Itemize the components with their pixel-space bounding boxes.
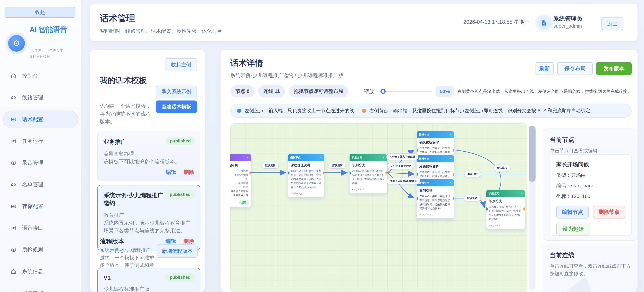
sidebar-item-2[interactable]: 线路管理: [0, 87, 82, 109]
flow-node-n7[interactable]: 识别分支✕识别分支二A:方便 / 可以 / 周六可以 / 有时间 | B:改天 …: [486, 190, 525, 229]
flow-node-n4[interactable]: 播报节点✕确认试听安排在线生成：太好了，我先帮您预留一个试听名额，本周安排在{{…: [416, 131, 454, 155]
edge-label-3[interactable]: A 分支：愿意了解试听: [386, 153, 418, 160]
sidebar-item-4[interactable]: 任务运行: [0, 130, 82, 152]
breadcrumb: 系统示例-少儿编程推广邀约 / 少儿编程标准推广版: [230, 72, 344, 79]
create-template-button[interactable]: 新建话术模板: [156, 101, 197, 113]
close-icon[interactable]: ✕: [450, 181, 452, 184]
node-body: A:可以 / 感兴趣 / 什么时候 / 试听 | B:不需要 / 没兴趣 / 不…: [350, 167, 387, 185]
current-edge-panel: 当前连线 单击连线可查看，双击连线或点击下方按钮可直接修改。: [543, 244, 638, 292]
edge-label-2[interactable]: 默认流转: [329, 162, 346, 169]
node-body: 在线生成：没问题，我先把课程介绍、校区位置和孩子作品案例发给您，您先看看，如果孩…: [417, 169, 454, 179]
node-body: 请问是 e}}吗？我是 }的 }。这边看到 在是 想邀请孩子参加我 课，耽误您半…: [230, 167, 251, 197]
node-type-label: 播报节点: [419, 157, 429, 160]
flow-node-n2[interactable]: 播报节点✕课程价值说明在线生成：我们课程主要帮助孩子提升逻辑思维、专注力和动手能…: [288, 154, 324, 197]
sidebar-collapse-button[interactable]: 收起: [4, 7, 75, 18]
close-icon[interactable]: ✕: [450, 133, 452, 136]
edge-label-7[interactable]: 默认流转: [464, 171, 481, 177]
flow-edge-4[interactable]: [387, 173, 414, 174]
canvas-vertical-scrollbar[interactable]: [529, 125, 536, 290]
publish-button[interactable]: 发布版本: [596, 62, 632, 75]
flow-node-n5[interactable]: 播报节点✕发送课程资料在线生成：没问题，我先把课程介绍、校区位置和孩子作品案例发…: [416, 155, 454, 179]
delete-link[interactable]: 删除: [184, 238, 194, 245]
edge-label-5[interactable]: 兜底：未识别/超时/静音: [386, 178, 420, 184]
delete-node-button[interactable]: 删除节点: [593, 206, 625, 218]
legend-text-2: 右侧黄点：输出端，从这里按住拖到目标节点左侧蓝点即可连线，识别分支会按 A–Z …: [370, 108, 590, 114]
edit-link[interactable]: 编辑: [166, 238, 176, 245]
flow-edge-5[interactable]: [387, 173, 414, 198]
template-card-1[interactable]: 业务推广published流量套餐办理该模板下可以维护多个流程版本。编辑删除: [97, 132, 200, 181]
zoom-label: 缩放: [364, 88, 374, 95]
node-type-label: 识别分支: [352, 156, 362, 159]
close-icon[interactable]: ✕: [520, 192, 522, 195]
flow-canvas[interactable]: ✕家长开场问候请问是 e}}吗？我是 }的 }。这边看到 在是 想邀请孩子参加我…: [230, 124, 527, 292]
sidebar-item-label: 系统信息: [22, 268, 43, 275]
sidebar-item-1[interactable]: 控制台: [0, 65, 82, 87]
zoom-slider-handle[interactable]: [380, 89, 386, 94]
flow-node-n3[interactable]: 识别分支✕识别分支一A:可以 / 感兴趣 / 什么时候 / 试听 | B:不需要…: [349, 154, 387, 193]
headset-icon: [10, 181, 17, 188]
node-title: 重问引导: [417, 186, 454, 193]
soundcard-icon: [10, 290, 17, 292]
close-icon[interactable]: ✕: [246, 156, 248, 159]
set-start-button[interactable]: 设为起始: [556, 223, 590, 235]
soundcard-icon: [10, 116, 17, 122]
sidebar-item-8[interactable]: 语音接口: [0, 217, 82, 239]
sidebar-item-11[interactable]: 用户管理: [0, 282, 82, 292]
version-card-1-body: 少儿编程标准推广版起始节点: start_parent_greeting: [104, 285, 194, 292]
edit-node-button[interactable]: 编辑节点: [556, 206, 589, 218]
save-layout-button[interactable]: 保存布局: [557, 62, 593, 75]
close-icon[interactable]: ✕: [320, 156, 322, 159]
close-icon[interactable]: ✕: [450, 157, 452, 160]
sidebar-item-label: 语音接口: [22, 224, 43, 232]
edge-label-4[interactable]: B 分支：直接拒绝: [387, 163, 414, 169]
current-edge-subtitle: 单击连线可查看，双击连线或点击下方按钮可直接修改。: [550, 263, 631, 278]
canvas-scrollbar-thumb[interactable]: [529, 126, 536, 182]
templates-description: 先创建一个话术模板，再为它维护不同的流程版本。: [100, 102, 154, 126]
collapse-left-button[interactable]: 收起左侧: [165, 58, 197, 71]
home-icon: [10, 73, 17, 79]
datetime-text: 2026-04-13 17:18:55 星期一: [464, 18, 530, 26]
logout-button[interactable]: 退出: [602, 17, 623, 30]
close-icon[interactable]: ✕: [382, 156, 384, 159]
sidebar-item-10[interactable]: 系统信息: [0, 261, 82, 282]
status-badge: published: [165, 190, 195, 199]
sidebar-item-label: 质检规则: [22, 246, 43, 253]
zoom-value-badge: 50%: [436, 86, 454, 97]
version-card-list: V1published少儿编程标准推广版起始节点: start_parent_g…: [97, 268, 200, 292]
import-example-button[interactable]: 导入系统示例: [156, 86, 197, 98]
legend-dot-1: [237, 109, 241, 113]
status-badge: published: [166, 137, 195, 145]
flow-node-n1[interactable]: ✕家长开场问候请问是 e}}吗？我是 }的 }。这边看到 在是 想邀请孩子参加我…: [230, 154, 251, 207]
node-title: 发送课程资料: [417, 162, 454, 169]
edge-label-8[interactable]: 默认流转: [464, 195, 481, 201]
refresh-button[interactable]: 刷新: [536, 62, 554, 75]
sidebar-item-9[interactable]: 质检规则: [0, 239, 82, 261]
sidebar-item-7[interactable]: 存储配置: [0, 195, 82, 217]
detail-title: 话术详情: [230, 58, 263, 69]
sidebar-item-label: 录音管理: [22, 159, 43, 166]
yen-icon: [10, 247, 17, 253]
sidebar-item-label: 话术配置: [22, 116, 43, 123]
legend-bar: 左侧蓝点：输入端，只负责接收上一节点连过来的线右侧黄点：输出端，从这里按住拖到目…: [230, 104, 632, 118]
node-info-code: 编码：start_pare...: [556, 182, 625, 189]
flow-edges: [230, 124, 527, 292]
version-card-1[interactable]: V1published少儿编程标准推广版起始节点: start_parent_g…: [97, 268, 200, 292]
sidebar-item-5[interactable]: 录音管理: [0, 152, 82, 174]
sidebar-item-6[interactable]: 名单管理: [0, 174, 82, 195]
flow-node-n6[interactable]: 播报节点✕重问引导在线生成：抱歉，我刚才没有听清楚。请问您是想先了解试听时间，还…: [416, 179, 454, 218]
node-body: 在线生成：我们课程主要帮助孩子提升逻辑思维、专注力和动手能力，现场还有作品展示和…: [288, 167, 324, 189]
stats-row: 节点 8连线 11拖拽节点即可调整布局缩放 50% 右侧黄色圆点是输出端，从这里…: [230, 85, 632, 97]
sidebar-item-label: 控制台: [22, 72, 38, 79]
edge-label-6[interactable]: 默认流转: [494, 165, 510, 171]
node-title: 确认试听安排: [417, 138, 454, 145]
brand-subtitle: INTELLIGENT SPEECH: [30, 48, 74, 59]
home-icon: [10, 268, 17, 275]
delete-link[interactable]: 删除: [184, 168, 194, 176]
sidebar-item-3[interactable]: 话术配置: [0, 109, 82, 130]
add-version-button[interactable]: 新增流程版本: [157, 245, 198, 258]
headset-icon: [10, 95, 17, 101]
zoom-slider[interactable]: [378, 91, 432, 92]
node-title: 家长开场问候: [230, 161, 251, 167]
edge-label-1[interactable]: 默认流转: [262, 162, 279, 169]
edit-link[interactable]: 编辑: [166, 168, 176, 176]
